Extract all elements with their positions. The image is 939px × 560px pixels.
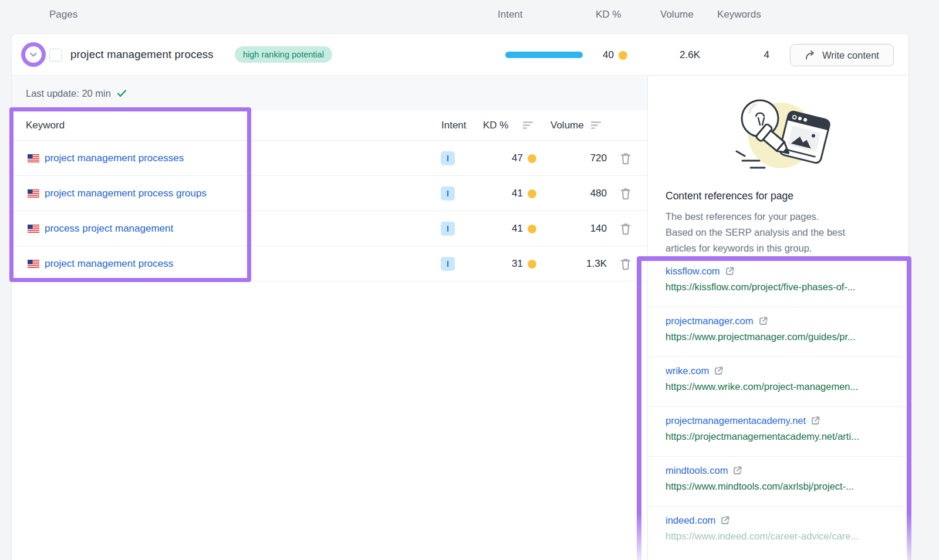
external-link-icon (732, 466, 742, 476)
reference-domain-link[interactable]: mindtools.com (666, 465, 742, 476)
checkmark-icon (117, 89, 127, 97)
reference-item: kissflow.com https://kissflow.com/projec… (648, 257, 908, 307)
keyword-link[interactable]: project management process (45, 258, 173, 270)
reference-url: https://projectmanagementacademy.net/art… (666, 431, 908, 442)
reference-item: projectmanager.com https://www.projectma… (648, 307, 908, 357)
intent-header: Intent (441, 120, 467, 131)
kd-sort-icon[interactable] (523, 121, 533, 130)
external-link-icon (714, 366, 724, 376)
intent-badge: I (441, 151, 455, 165)
references-description: The best references for your pages. Base… (666, 209, 845, 256)
reference-item: mindtools.com https://www.mindtools.com/… (648, 457, 908, 507)
keyword-table-header: Keyword Intent KD % Volume (12, 110, 647, 141)
kd-difficulty-dot (528, 154, 536, 164)
pages-column-label: Pages (49, 9, 77, 21)
forward-arrow-icon (805, 50, 816, 60)
keyword-link[interactable]: project management processes (45, 152, 184, 164)
reference-item: indeed.com https://www.indeed.com/career… (648, 507, 908, 556)
volume-column-label: Volume (660, 9, 694, 21)
keyword-row: project management process groups I 41 4… (12, 176, 647, 211)
intent-badge: I (441, 257, 455, 271)
intent-badge: I (441, 186, 455, 201)
keyword-row: project management process I 31 1.3K (12, 246, 647, 281)
kd-difficulty-dot (528, 259, 536, 270)
page-group-card: project management process high ranking … (11, 33, 909, 560)
row-checkbox[interactable] (49, 49, 62, 62)
external-link-icon (758, 316, 768, 326)
volume-value: 720 (590, 152, 607, 164)
volume-sort-icon[interactable] (591, 121, 602, 130)
kd-header: KD % (483, 120, 508, 131)
reference-domain-link[interactable]: kissflow.com (666, 266, 735, 277)
trash-icon[interactable] (620, 152, 631, 165)
reference-domain-link[interactable]: projectmanager.com (666, 315, 768, 327)
trash-icon[interactable] (620, 222, 631, 235)
references-title: Content references for page (666, 190, 793, 202)
last-update-bar: Last update: 20 min (12, 76, 647, 110)
reference-domain-link[interactable]: projectmanagementacademy.net (666, 415, 820, 426)
external-link-icon (725, 266, 735, 276)
kd-value: 31 (512, 258, 523, 270)
keyword-header: Keyword (26, 120, 65, 131)
content-references-panel: Content references for page The best ref… (647, 76, 908, 560)
kd-value: 47 (512, 152, 523, 164)
volume-header: Volume (550, 120, 584, 131)
reference-url: https://kissflow.com/project/five-phases… (666, 281, 908, 293)
keyword-link[interactable]: process project management (45, 223, 173, 235)
page-row: project management process high ranking … (12, 34, 908, 76)
keyword-row: process project management I 41 140 (12, 211, 647, 246)
us-flag-icon (28, 225, 39, 233)
external-link-icon (810, 416, 820, 426)
write-content-button[interactable]: Write content (790, 44, 894, 66)
reference-domain-link[interactable]: wrike.com (666, 365, 724, 376)
kd-difficulty-dot (528, 224, 536, 235)
reference-url: https://www.mindtools.com/axrlsbj/projec… (666, 481, 908, 492)
last-update-text: Last update: 20 min (26, 88, 111, 99)
ranking-potential-badge: high ranking potential (235, 46, 332, 63)
collapse-row-button[interactable] (21, 42, 46, 67)
us-flag-icon (28, 154, 39, 162)
us-flag-icon (28, 260, 39, 268)
kd-value: 41 (512, 223, 523, 235)
reference-url: https://www.wrike.com/project-managemen.… (666, 381, 908, 392)
keywords-column-label: Keywords (717, 9, 761, 21)
kd-difficulty-dot (619, 50, 627, 61)
reference-item: projectmanagementacademy.net https://pro… (648, 407, 908, 457)
kd-value: 41 (512, 188, 523, 199)
references-list: kissflow.com https://kissflow.com/projec… (648, 257, 908, 556)
intent-column-label: Intent (498, 9, 523, 21)
us-flag-icon (28, 189, 39, 198)
reference-url: https://www.projectmanager.com/guides/pr… (666, 331, 908, 342)
keywords-pane: Last update: 20 min Keyword Intent KD % … (12, 76, 647, 560)
volume-value: 1.3K (586, 258, 607, 270)
trash-icon[interactable] (620, 257, 631, 270)
reference-domain-link[interactable]: indeed.com (666, 515, 730, 526)
page-title: project management process (70, 48, 214, 61)
trash-icon[interactable] (620, 187, 631, 200)
reference-url: https://www.indeed.com/career-advice/car… (666, 531, 908, 542)
page-kd-value: 40 (579, 49, 614, 61)
volume-value: 480 (590, 188, 607, 199)
keyword-row: project management processes I 47 720 (12, 141, 647, 176)
content-references-illustration (711, 91, 846, 179)
keyword-link[interactable]: project management process groups (45, 188, 207, 199)
reference-item: wrike.com https://www.wrike.com/project-… (648, 357, 908, 407)
volume-value: 140 (590, 223, 607, 235)
kd-column-label: KD % (596, 9, 621, 21)
intent-bar (505, 52, 583, 58)
kd-difficulty-dot (528, 189, 536, 199)
page-volume-value: 2.6K (653, 49, 700, 61)
external-link-icon (720, 515, 730, 525)
intent-badge: I (441, 222, 455, 236)
chevron-down-icon (25, 46, 42, 63)
page-keywords-count: 4 (734, 49, 769, 61)
